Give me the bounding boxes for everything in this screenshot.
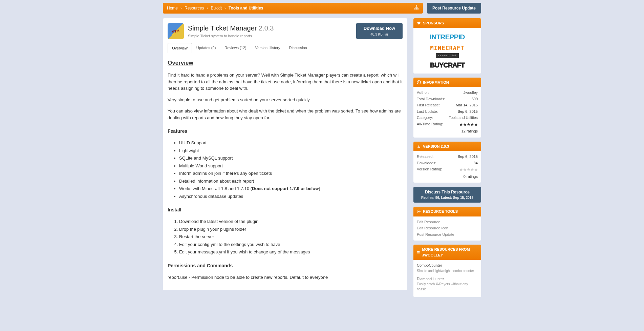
svg-rect-3 xyxy=(417,8,419,9)
resource-icon xyxy=(168,23,184,39)
svg-rect-1 xyxy=(414,8,416,9)
intro-p3: You can also view information about who … xyxy=(168,108,403,121)
resource-link[interactable]: ComboCounter Simple and lightweight comb… xyxy=(417,263,478,273)
tab-version-history[interactable]: Version History xyxy=(251,43,285,53)
download-button[interactable]: Download Now 48.3 KB .jar xyxy=(356,23,403,39)
more-resources-header: MORE RESOURCES FROM JWOOLLEY xyxy=(413,245,481,260)
sponsor-buycraft[interactable]: BUYCRAFT xyxy=(430,60,465,70)
heart-icon xyxy=(417,21,421,25)
install-list: Download the latest version of the plugi… xyxy=(179,218,403,255)
version-header: VERSION 2.0.3 xyxy=(413,142,481,151)
tab-reviews[interactable]: Reviews (12) xyxy=(220,43,251,53)
sponsor-mcsl[interactable]: MINECRAFTserver list xyxy=(430,44,464,58)
features-list: UUID Support Lightwight SQLite and MySQL… xyxy=(179,140,403,200)
rating-stars: ★★★★★ xyxy=(459,121,478,128)
info-icon xyxy=(417,80,421,84)
sponsor-intreppid[interactable]: INTREPPID xyxy=(430,32,465,42)
version-stars: ★★★★★ xyxy=(459,166,478,173)
crumb-resources[interactable]: Resources xyxy=(185,5,204,11)
edit-resource-link[interactable]: Edit Resource xyxy=(417,219,478,225)
intro-p1: Find it hard to handle problems on your … xyxy=(168,72,403,92)
information-header: INFORMATION xyxy=(413,78,481,87)
crumb-home[interactable]: Home xyxy=(167,5,178,11)
tabs: Overview Updates (9) Reviews (12) Versio… xyxy=(168,43,403,53)
svg-rect-0 xyxy=(416,5,417,6)
resource-link[interactable]: Diamond Hunter Easily catch X-Rayers wit… xyxy=(417,276,478,292)
permission-line: report.use - Permission node to be able … xyxy=(168,274,403,281)
breadcrumb: Home› Resources› Bukkit› Tools and Utili… xyxy=(163,3,423,14)
sponsors-header: SPONSORS xyxy=(413,18,481,28)
post-update-link[interactable]: Post Resource Update xyxy=(417,232,478,237)
crumb-bukkit[interactable]: Bukkit xyxy=(211,5,222,11)
svg-rect-6 xyxy=(418,81,419,82)
overview-heading: Overview xyxy=(168,59,403,67)
svg-rect-5 xyxy=(418,82,419,83)
resource-version: 2.0.3 xyxy=(259,24,274,32)
features-heading: Features xyxy=(168,128,403,135)
intro-p2: Very simple to use and get problems sort… xyxy=(168,97,403,103)
resource-tagline: Simple Ticket system to handle reports xyxy=(188,33,352,39)
tab-updates[interactable]: Updates (9) xyxy=(192,43,220,53)
download-icon xyxy=(417,144,421,148)
svg-point-7 xyxy=(418,211,420,212)
tools-header: RESOURCE TOOLS xyxy=(413,207,481,216)
cog-icon xyxy=(417,209,421,213)
discuss-button[interactable]: Discuss This Resource Replies: 96, Lates… xyxy=(413,187,481,203)
list-icon xyxy=(417,250,420,254)
sitemap-icon[interactable] xyxy=(414,5,419,12)
author-link[interactable]: Jwoolley xyxy=(464,90,478,95)
crumb-current: Tools and Utilities xyxy=(229,5,263,11)
resource-title: Simple Ticket Manager 2.0.3 xyxy=(188,23,352,33)
tab-overview[interactable]: Overview xyxy=(168,43,192,53)
category-link[interactable]: Tools and Utilities xyxy=(449,116,478,120)
edit-icon-link[interactable]: Edit Resource Icon xyxy=(417,225,478,231)
permissions-heading: Permissions and Commands xyxy=(168,262,403,269)
post-resource-update-button[interactable]: Post Resource Update xyxy=(427,3,481,14)
tab-discussion[interactable]: Discussion xyxy=(285,43,312,53)
install-heading: Install xyxy=(168,206,403,213)
svg-rect-2 xyxy=(416,8,417,9)
